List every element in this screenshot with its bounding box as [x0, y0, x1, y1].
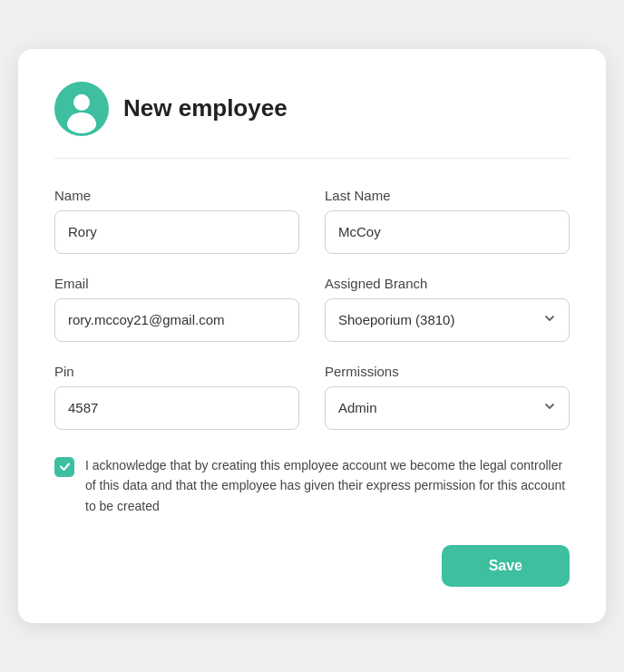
pin-group: Pin — [54, 364, 299, 430]
employee-avatar-icon — [54, 82, 109, 136]
name-input[interactable] — [54, 210, 299, 254]
pin-input[interactable] — [54, 386, 299, 430]
name-group: Name — [54, 188, 299, 254]
new-employee-modal: New employee Name Last Name Email Assign… — [18, 49, 606, 623]
page-title: New employee — [123, 94, 288, 122]
svg-point-4 — [74, 94, 89, 109]
lastname-input[interactable] — [325, 210, 570, 254]
lastname-group: Last Name — [325, 188, 570, 254]
form-grid: Name Last Name Email Assigned Branch Sho… — [54, 188, 570, 430]
form-footer: Save — [54, 545, 570, 587]
acknowledgement-checkbox-wrapper[interactable] — [54, 457, 74, 477]
acknowledgement-text: I acknowledge that by creating this empl… — [85, 455, 570, 516]
pin-label: Pin — [54, 364, 299, 379]
permissions-group: Permissions Admin Manager Staff Read Onl… — [325, 364, 570, 430]
acknowledgement-section: I acknowledge that by creating this empl… — [54, 455, 570, 516]
modal-header: New employee — [54, 82, 570, 159]
acknowledgement-checkbox[interactable] — [54, 457, 74, 477]
email-group: Email — [54, 276, 299, 342]
branch-group: Assigned Branch Shoeporium (3810) Downto… — [325, 276, 570, 342]
branch-select[interactable]: Shoeporium (3810) Downtown (1200) Westsi… — [325, 298, 570, 342]
branch-label: Assigned Branch — [325, 276, 570, 291]
email-label: Email — [54, 276, 299, 291]
permissions-label: Permissions — [325, 364, 570, 379]
branch-select-wrapper: Shoeporium (3810) Downtown (1200) Westsi… — [325, 298, 570, 342]
lastname-label: Last Name — [325, 188, 570, 203]
name-label: Name — [54, 188, 299, 203]
permissions-select[interactable]: Admin Manager Staff Read Only — [325, 386, 570, 430]
save-button[interactable]: Save — [442, 545, 570, 587]
permissions-select-wrapper: Admin Manager Staff Read Only — [325, 386, 570, 430]
checkmark-icon — [59, 461, 71, 472]
email-input[interactable] — [54, 298, 299, 342]
